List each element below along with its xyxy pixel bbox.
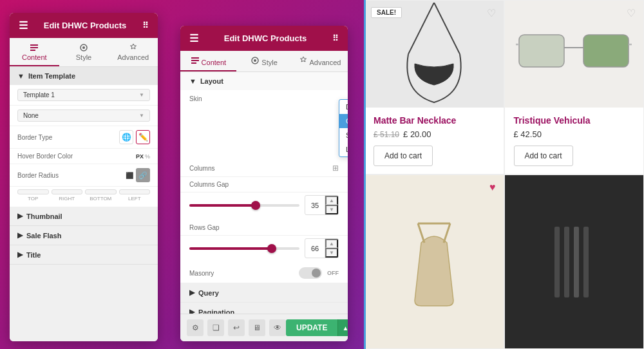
tab-content-left[interactable]: Content bbox=[10, 38, 59, 66]
rows-gap-slider: 66 ▲ ▼ bbox=[189, 238, 339, 258]
hamburger-icon[interactable]: ☰ bbox=[19, 19, 28, 32]
globe-icon-btn[interactable]: 🌐 bbox=[119, 130, 133, 144]
product-card-4 bbox=[504, 174, 645, 349]
necklace-svg bbox=[395, 3, 473, 106]
sale-flash-section: ▶ Sale Flash bbox=[10, 226, 158, 245]
tab-style-left[interactable]: Style bbox=[59, 38, 109, 66]
columns-control: ⊞ bbox=[332, 164, 339, 173]
sale-flash-header[interactable]: ▶ Sale Flash bbox=[10, 226, 158, 245]
grid-dots-icon[interactable]: ⠿ bbox=[142, 21, 149, 30]
hover-border-color-field: Hover Border Color PX % bbox=[10, 149, 158, 164]
corner-bottom-input[interactable] bbox=[85, 189, 117, 194]
dark-item-svg bbox=[542, 223, 606, 301]
footer-icons-group: ⚙ ❑ ↩ 🖥 👁 bbox=[187, 319, 286, 336]
masonry-toggle-knob bbox=[312, 269, 321, 278]
product-1-wishlist[interactable]: ♡ bbox=[487, 7, 496, 19]
thumbnail-header[interactable]: ▶ Thumbnail bbox=[10, 207, 158, 225]
columns-gap-thumb[interactable] bbox=[251, 201, 260, 210]
dropdown-option-slider[interactable]: Slider bbox=[339, 128, 348, 142]
middle-panel-tabs: Content Style Advanced bbox=[180, 51, 348, 72]
tab-style-mid[interactable]: Style bbox=[236, 51, 292, 71]
chevron-down-icon2: ▼ bbox=[139, 113, 144, 118]
arrow-right-icon3: ▶ bbox=[17, 250, 23, 259]
product-1-sale-price: £ 20.00 bbox=[403, 129, 431, 139]
arrow-right-icon: ▶ bbox=[17, 212, 23, 220]
template-dropdown[interactable]: Template 1 ▼ bbox=[17, 89, 150, 101]
arrow-down-icon: ▼ bbox=[189, 77, 196, 85]
product-card-1: SALE! ♡ Matte Bar Necklace £ 51.10 £ 20.… bbox=[364, 0, 504, 174]
device-icon-btn[interactable]: 🖥 bbox=[249, 319, 265, 336]
product-2-add-to-cart[interactable]: Add to cart bbox=[514, 146, 573, 166]
columns-gap-slider: 35 ▲ ▼ bbox=[189, 195, 339, 215]
skin-field-area: Skin Default Grid Slider List bbox=[180, 90, 348, 160]
undo-icon-btn[interactable]: ↩ bbox=[228, 319, 245, 336]
product-1-add-to-cart[interactable]: Add to cart bbox=[374, 146, 433, 166]
px-percent-toggle[interactable]: PX % bbox=[136, 153, 150, 160]
title-section: ▶ Title bbox=[10, 245, 158, 265]
skin-row: Skin Default Grid Slider List bbox=[189, 93, 339, 105]
title-header[interactable]: ▶ Title bbox=[10, 245, 158, 264]
product-1-info: Matte Bar Necklace £ 51.10 £ 20.00 Add t… bbox=[365, 108, 504, 174]
middle-panel-header: ☰ Edit DHWC Products ⠿ bbox=[180, 26, 348, 51]
pagination-header[interactable]: ▶ Pagination bbox=[180, 303, 348, 314]
link-icon[interactable]: 🔗 bbox=[136, 168, 150, 182]
columns-gap-up[interactable]: ▲ bbox=[325, 196, 338, 205]
corner-top-input[interactable] bbox=[17, 189, 49, 194]
border-type-field: Border Type 🌐 ✏️ bbox=[10, 126, 158, 149]
right-panel: SALE! ♡ Matte Bar Necklace £ 51.10 £ 20.… bbox=[364, 0, 644, 349]
sunglasses-svg bbox=[516, 15, 632, 93]
rows-gap-down[interactable]: ▼ bbox=[325, 248, 338, 258]
skin-dropdown-options[interactable]: Default Grid Slider List bbox=[339, 99, 348, 157]
masonry-toggle-track[interactable] bbox=[299, 267, 322, 279]
product-2-wishlist[interactable]: ♡ bbox=[627, 7, 636, 19]
settings-icon-btn[interactable]: ⚙ bbox=[187, 319, 204, 336]
dropdown-option-grid[interactable]: Grid bbox=[339, 114, 348, 128]
layers-icon-btn[interactable]: ❑ bbox=[207, 319, 224, 336]
query-header[interactable]: ▶ Query bbox=[180, 283, 348, 302]
item-template-label: Item Template bbox=[28, 72, 75, 80]
columns-row: Columns ⊞ bbox=[180, 160, 348, 177]
corner-left-input[interactable] bbox=[119, 189, 151, 194]
product-3-wishlist[interactable]: ♥ bbox=[489, 182, 496, 193]
svg-rect-15 bbox=[564, 227, 569, 297]
grid-dots-icon-mid[interactable]: ⠿ bbox=[332, 33, 339, 43]
brush-icon-btn[interactable]: ✏️ bbox=[136, 130, 150, 144]
product-2-info: Tristique Vehicula £ 42.50 Add to cart bbox=[505, 108, 644, 174]
dropdown-option-default[interactable]: Default bbox=[339, 100, 348, 114]
blue-border bbox=[364, 0, 366, 349]
svg-line-12 bbox=[444, 223, 450, 243]
rows-gap-thumb[interactable] bbox=[267, 244, 276, 253]
tab-advanced-left[interactable]: Advanced bbox=[108, 38, 158, 66]
product-2-price: £ 42.50 bbox=[514, 129, 635, 139]
corner-right-input[interactable] bbox=[52, 189, 83, 194]
layout-section: ▼ Layout Skin Default Grid Slider List bbox=[180, 72, 348, 283]
left-panel-header: ☰ Edit DHWC Products ⠿ bbox=[10, 13, 158, 38]
columns-gap-down[interactable]: ▼ bbox=[325, 205, 338, 214]
rows-gap-slider-row: 66 ▲ ▼ bbox=[180, 236, 348, 263]
dropdown-option-list[interactable]: List bbox=[339, 142, 348, 156]
rows-gap-up[interactable]: ▲ bbox=[325, 239, 338, 248]
corner-left: LEFT bbox=[119, 189, 151, 202]
tab-advanced-mid[interactable]: Advanced bbox=[292, 51, 348, 71]
svg-rect-6 bbox=[519, 35, 564, 67]
layout-header[interactable]: ▼ Layout bbox=[180, 72, 348, 90]
product-1-sale-badge: SALE! bbox=[371, 7, 402, 18]
rows-gap-track[interactable] bbox=[189, 247, 299, 250]
eye-icon-btn[interactable]: 👁 bbox=[269, 319, 286, 336]
masonry-toggle[interactable]: OFF bbox=[299, 267, 339, 279]
template2-dropdown[interactable]: None ▼ bbox=[17, 109, 150, 122]
update-button[interactable]: UPDATE bbox=[286, 319, 337, 336]
svg-rect-7 bbox=[583, 35, 629, 67]
corners-icon: ⬛ bbox=[126, 172, 133, 179]
columns-gap-label-row: Columns Gap bbox=[180, 177, 348, 193]
hamburger-icon-mid[interactable]: ☰ bbox=[189, 32, 198, 44]
columns-gap-track[interactable] bbox=[189, 204, 299, 207]
product-3-image-area: ♥ bbox=[365, 175, 504, 348]
update-arrow-button[interactable]: ▲ bbox=[337, 319, 348, 336]
product-card-2: ♡ Tristique Vehicula £ 42.50 Add to cart bbox=[504, 0, 645, 174]
middle-panel: ☰ Edit DHWC Products ⠿ Content Style Adv… bbox=[180, 26, 348, 341]
tab-content-mid[interactable]: Content bbox=[180, 51, 236, 71]
svg-line-11 bbox=[418, 223, 424, 243]
thumbnail-section: ▶ Thumbnail bbox=[10, 207, 158, 226]
corners-inputs: TOP RIGHT BOTTOM LEFT bbox=[10, 187, 158, 207]
